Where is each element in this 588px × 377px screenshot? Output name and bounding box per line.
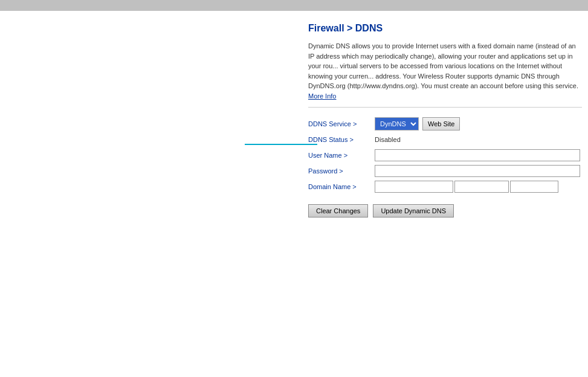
password-value xyxy=(375,163,582,179)
username-row: User Name > xyxy=(308,147,582,163)
description-text: Dynamic DNS allows you to provide Intern… xyxy=(308,41,582,108)
ddns-service-row: DDNS Service > DynDNS TZO Disabled Web S… xyxy=(308,116,582,132)
left-panel xyxy=(0,11,305,377)
main-content: Firewall > DDNS Dynamic DNS allows you t… xyxy=(0,11,588,377)
domain-name-row: Domain Name > xyxy=(308,179,582,195)
top-bar xyxy=(0,0,588,11)
right-panel: Firewall > DDNS Dynamic DNS allows you t… xyxy=(305,11,588,230)
ddns-status-label: DDNS Status > xyxy=(308,132,375,147)
settings-form: DDNS Service > DynDNS TZO Disabled Web S… xyxy=(308,116,582,195)
domain-part2-input[interactable] xyxy=(454,181,509,193)
username-input[interactable] xyxy=(375,149,580,161)
ddns-service-select[interactable]: DynDNS TZO Disabled xyxy=(375,117,419,130)
web-site-button[interactable]: Web Site xyxy=(422,117,460,130)
update-dns-button[interactable]: Update Dynamic DNS xyxy=(373,204,454,218)
ddns-status-text: Disabled xyxy=(375,136,401,143)
clear-changes-button[interactable]: Clear Changes xyxy=(308,204,368,218)
description-body: Dynamic DNS allows you to provide Intern… xyxy=(308,42,578,89)
ddns-status-row: DDNS Status > Disabled xyxy=(308,132,582,147)
password-row: Password > xyxy=(308,163,582,179)
ddns-service-value: DynDNS TZO Disabled Web Site xyxy=(375,116,582,132)
domain-name-label: Domain Name > xyxy=(308,179,375,195)
password-label: Password > xyxy=(308,163,375,179)
ddns-service-label: DDNS Service > xyxy=(308,116,375,132)
username-value xyxy=(375,147,582,163)
more-info-link[interactable]: More Info xyxy=(308,92,336,100)
username-label: User Name > xyxy=(308,147,375,163)
ddns-service-controls: DynDNS TZO Disabled Web Site xyxy=(375,117,582,130)
ddns-status-value: Disabled xyxy=(375,132,582,147)
page-title: Firewall > DDNS xyxy=(308,23,582,34)
domain-part3-input[interactable] xyxy=(510,181,558,193)
domain-name-value xyxy=(375,179,582,195)
password-input[interactable] xyxy=(375,165,580,177)
domain-inputs-group xyxy=(375,181,582,193)
domain-part1-input[interactable] xyxy=(375,181,453,193)
button-row: Clear Changes Update Dynamic DNS xyxy=(308,204,582,218)
